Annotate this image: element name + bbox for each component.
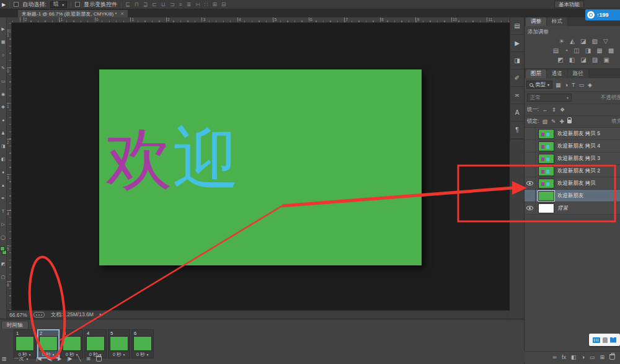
align-icon[interactable]: ≡ [179,1,182,7]
adjustment-icon[interactable]: ▤ [553,47,559,56]
adjustment-icon[interactable]: ◧ [569,56,575,66]
tool-icon[interactable]: ◧ [1,153,6,166]
panel-icon[interactable]: ¶ [510,122,524,139]
delete-layer-icon[interactable] [609,354,615,360]
workspace-switcher[interactable]: 基本功能 [554,1,584,8]
tool-icon[interactable]: ◨ [1,140,6,153]
frame-thumbnail[interactable] [63,336,81,351]
timeline-tab[interactable]: 时间轴 [1,321,29,329]
layer-row[interactable]: 欢迎新朋友 拷贝 5 [525,128,620,140]
panel-icon[interactable]: A [510,104,524,122]
frame-delay-selector[interactable]: 0 秒▼ [108,351,130,358]
layer-thumbnail[interactable] [538,154,554,164]
align-icon[interactable]: ⊓ [135,1,139,7]
adjustment-icon[interactable]: ◪ [580,56,586,66]
status-arrow-icon[interactable]: ▶ [100,313,103,317]
loop-count-dropdown[interactable]: 一次 ▼ [12,355,31,363]
layer-thumbnail[interactable] [538,129,554,139]
tool-icon[interactable]: ◯ [1,231,6,244]
adjustment-icon[interactable]: ▧ [591,38,597,47]
adjustment-icon[interactable]: ▣ [603,56,609,66]
timeline-frame[interactable]: 6 0 秒▼ [131,329,154,358]
canvas-area[interactable]: 欢迎 [12,23,510,310]
timeline-frame[interactable]: 4 0 秒▼ [84,329,107,358]
adjustment-icon[interactable]: ◭ [570,38,575,47]
align-icon[interactable]: ⊞ [213,1,218,7]
frame-thumbnail[interactable] [39,336,58,351]
lock-option-icon[interactable]: ▨ [542,118,547,125]
panel-icon[interactable]: ✐ [510,69,524,87]
filter-kind-icon[interactable]: ▭ [578,82,584,88]
panel-icon[interactable]: ▤ [510,17,524,35]
align-icon[interactable]: ≣ [187,1,192,7]
lock-option-icon[interactable]: ✚ [559,118,564,125]
visibility-toggle[interactable] [525,177,536,189]
align-icon[interactable]: ∺ [195,1,200,7]
filter-kind-icon[interactable]: ◈ [588,82,592,88]
layers-footer-icon[interactable]: ⊞ [600,354,604,360]
unify-icon[interactable]: ↔ [542,107,547,113]
tab-channels[interactable]: 通道 [547,69,567,78]
adjustment-icon[interactable]: ▦ [596,47,602,56]
tool-icon[interactable]: T [2,205,4,218]
tab-styles[interactable]: 样式 [547,17,567,26]
layer-filter-dropdown[interactable]: 类型 ▾ [526,81,552,89]
adjustment-icon[interactable]: ◩ [557,56,563,66]
tool-icon[interactable]: ○ [2,48,4,61]
transport-button[interactable]: |▶ [67,356,72,362]
panel-icon[interactable]: ▶ [510,35,524,52]
align-icon[interactable]: ⊔ [161,1,166,7]
close-tab-icon[interactable]: × [120,11,123,17]
adjustment-icon[interactable]: ☀ [559,38,564,47]
frame-action-button[interactable]: ╲ [78,356,81,362]
layer-row[interactable]: 欢迎新朋友 拷贝 [525,177,620,190]
timeline-frame[interactable]: 1 0 秒▼ [14,329,36,358]
zoom-level[interactable]: 66.67% [9,312,27,318]
tool-icon[interactable]: ✎ [1,61,5,74]
show-transform-checkbox[interactable] [75,2,80,7]
adjustment-icon[interactable]: ◨ [585,47,591,56]
panel-icon[interactable]: ◨ [510,52,524,69]
tab-paths[interactable]: 路径 [568,69,588,78]
tool-icon[interactable]: ◩ [1,257,6,270]
visibility-toggle[interactable] [525,202,536,214]
layers-footer-icon[interactable]: ▭ [590,354,595,360]
color-swatches[interactable] [0,246,7,256]
transport-button[interactable]: ◀| [47,356,52,362]
frame-delay-selector[interactable]: 0 秒▼ [132,351,153,358]
layer-thumbnail[interactable] [538,203,554,213]
timeline-frame-selected[interactable]: 2 0 秒▼ [37,329,60,358]
tool-icon[interactable]: ● [2,113,4,127]
align-icon[interactable]: ⊒ [143,1,148,7]
tool-icon[interactable]: ▷ [1,218,4,231]
adjustment-icon[interactable]: ▽ [603,38,608,47]
tool-icon[interactable]: ▢ [1,270,6,283]
keyboard-icon[interactable] [593,337,600,343]
tool-icon[interactable]: ▭ [1,74,6,87]
adjustment-icon[interactable]: ▨ [592,56,598,66]
frame-thumbnail[interactable] [133,336,152,351]
tool-icon[interactable]: ♟ [1,127,5,140]
filter-kind-icon[interactable]: ▦ [556,82,561,88]
layers-footer-icon[interactable]: ◧ [571,354,577,360]
tool-icon[interactable]: ✚ [1,100,5,113]
align-buttons[interactable]: ⊑⊓⊒⊏⊔⊐≡≣∺∷⊞⊟ [125,1,226,7]
adjustment-icon[interactable]: ◫ [574,47,579,56]
auto-select-mode-dropdown[interactable]: 组 ▾ [50,1,68,8]
tab-layers[interactable]: 图层 [526,69,546,78]
align-icon[interactable]: ⊑ [125,1,130,7]
tool-icon[interactable]: ▦ [1,35,6,48]
layers-footer-icon[interactable]: ◑ [582,354,585,360]
transport-button[interactable]: |◀ [37,356,42,362]
frame-thumbnail[interactable] [16,336,34,351]
visibility-toggle[interactable] [525,153,536,164]
filter-kind-icon[interactable]: ◑ [565,82,568,88]
panel-icon[interactable]: ≍ [510,87,524,104]
layer-row[interactable]: 欢迎新朋友 拷贝 3 [525,153,620,165]
visibility-toggle[interactable] [525,128,536,140]
auto-select-checkbox[interactable] [14,2,19,7]
visibility-toggle[interactable] [525,165,536,177]
transport-button[interactable]: ▶ [58,356,61,362]
tool-icon[interactable]: ▶ [1,22,4,35]
layer-row[interactable]: 欢迎新朋友 拷贝 4 [525,140,620,153]
